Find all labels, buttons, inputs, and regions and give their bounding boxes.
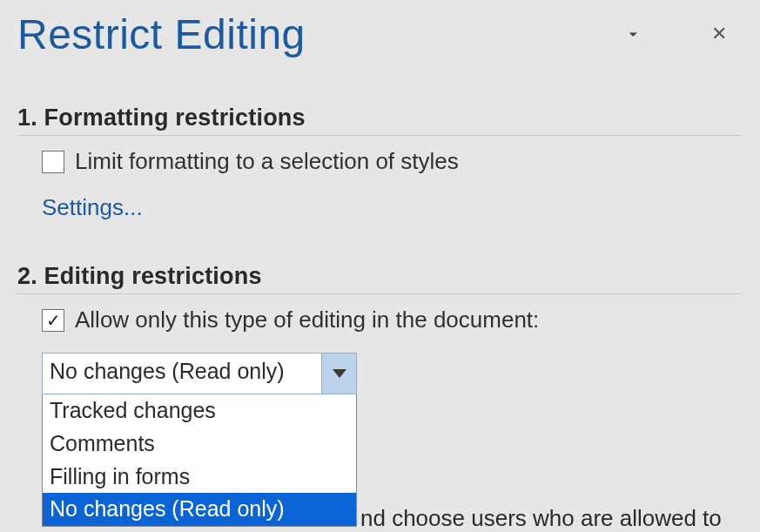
pane-menu-icon[interactable]: ▼ [626, 30, 640, 38]
section-editing-heading: 2. Editing restrictions [0, 263, 760, 290]
editing-type-list: Tracked changes Comments Filling in form… [42, 394, 357, 527]
page-title: Restrict Editing [17, 10, 626, 58]
dropdown-button[interactable] [321, 354, 356, 394]
section-formatting-heading: 1. Formatting restrictions [0, 104, 760, 131]
allow-only-checkbox[interactable] [42, 309, 64, 332]
partial-description-text: nd choose users who are allowed to [360, 505, 722, 532]
option-comments[interactable]: Comments [43, 428, 356, 461]
allow-only-label: Allow only this type of editing in the d… [75, 306, 539, 333]
chevron-down-icon [333, 369, 346, 378]
option-no-changes[interactable]: No changes (Read only) [43, 493, 356, 526]
limit-formatting-label: Limit formatting to a selection of style… [75, 148, 459, 175]
settings-link[interactable]: Settings... [0, 175, 160, 221]
editing-type-dropdown[interactable]: No changes (Read only) [42, 353, 357, 394]
option-filling-in-forms[interactable]: Filling in forms [43, 461, 356, 494]
limit-formatting-checkbox[interactable] [42, 151, 64, 173]
close-icon[interactable]: ✕ [711, 23, 727, 45]
editing-type-value: No changes (Read only) [43, 354, 321, 394]
option-tracked-changes[interactable]: Tracked changes [43, 394, 356, 428]
